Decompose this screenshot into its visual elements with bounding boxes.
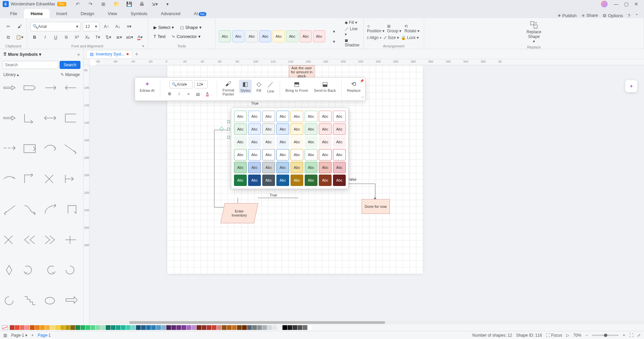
style-swatch-popup[interactable]: Abc [291, 111, 303, 122]
connector-line[interactable] [214, 130, 228, 130]
library-shape-arrow[interactable] [22, 263, 38, 277]
library-shape-arrow[interactable] [63, 294, 78, 307]
library-shape-arrow[interactable] [2, 263, 18, 277]
color-swatch[interactable] [126, 325, 131, 330]
selection-handle-top[interactable] [227, 120, 230, 123]
ribbon-style-swatch[interactable]: Abc [313, 30, 325, 42]
page-thumbnails-button[interactable]: ▥ [3, 333, 7, 338]
close-button[interactable]: ✕ [631, 1, 641, 7]
style-swatch-popup[interactable]: Abc [262, 162, 275, 173]
style-swatch-popup[interactable]: Abc [333, 162, 346, 173]
style-swatch-popup[interactable]: Abc [333, 111, 346, 122]
canvas[interactable]: Ask the user for amount in stock True Tr… [90, 65, 644, 324]
style-swatch-popup[interactable]: Abc [248, 111, 261, 122]
ribbon-style-swatch[interactable]: Abc [300, 30, 312, 42]
panel-collapse-button[interactable]: « [77, 52, 80, 57]
flow-box-ask-user[interactable]: Ask the user for amount in stock [289, 65, 314, 79]
library-shape-arrow[interactable] [43, 203, 58, 216]
context-case-button[interactable]: ab [194, 90, 202, 98]
document-tab-inventory[interactable]: ▤ Inventory Syst... [86, 50, 132, 58]
align-dropdown-arr[interactable]: ⫴ Align ▾ [367, 35, 381, 40]
connector-false-h[interactable] [345, 184, 375, 184]
library-shape-arrow[interactable] [2, 172, 18, 186]
color-swatch[interactable] [267, 325, 272, 330]
library-label[interactable]: Library ▴ [3, 72, 19, 77]
color-swatch[interactable] [277, 325, 282, 330]
style-swatch-popup[interactable]: Abc [291, 162, 303, 173]
library-shape-arrow[interactable] [22, 172, 38, 186]
color-swatch[interactable] [15, 325, 20, 330]
color-swatch[interactable] [247, 325, 252, 330]
horizontal-scrollbar[interactable] [96, 321, 644, 324]
style-swatch-popup[interactable]: Abc [248, 162, 261, 173]
library-shape-arrow[interactable] [63, 203, 78, 216]
color-swatch[interactable] [272, 325, 277, 330]
cut-button[interactable]: ✂ [3, 22, 13, 31]
context-fill-button[interactable]: ◇ Fill [255, 80, 263, 93]
style-swatch-popup[interactable]: Abc [291, 175, 303, 186]
bold-button[interactable]: B [30, 33, 39, 42]
library-shape-arrow[interactable] [43, 172, 58, 186]
color-swatch[interactable] [45, 325, 50, 330]
new-tab-button[interactable]: + [135, 51, 138, 57]
color-swatch[interactable] [257, 325, 262, 330]
no-color-swatch[interactable] [2, 325, 8, 330]
color-swatch[interactable] [298, 325, 302, 330]
context-size-combo[interactable]: 12 ▾ [194, 80, 208, 88]
tab-design[interactable]: Design [74, 9, 101, 18]
ribbon-style-swatch[interactable]: Abc [232, 30, 244, 42]
style-swatch-popup[interactable]: Abc [262, 123, 275, 135]
color-swatch[interactable] [232, 325, 237, 330]
paste-button[interactable]: 📋▾ [15, 33, 24, 42]
publish-button[interactable]: ✈ Publish [557, 13, 577, 18]
send-to-back-button[interactable]: ⬓ Send to Back [312, 80, 337, 93]
connector-false-v[interactable] [375, 184, 375, 199]
underline-button[interactable]: U [52, 33, 60, 42]
lock-dropdown[interactable]: 🔒 Lock ▾ [401, 35, 419, 40]
tab-home[interactable]: Home [24, 9, 49, 18]
library-shape-arrow[interactable] [63, 81, 78, 95]
color-swatch[interactable] [136, 325, 141, 330]
style-swatch-popup[interactable]: Abc [291, 149, 303, 160]
library-shape-arrow[interactable] [43, 111, 58, 125]
color-swatch[interactable] [91, 325, 95, 330]
line-spacing-button[interactable]: ⇅▾ [104, 33, 113, 42]
color-swatch[interactable] [151, 325, 156, 330]
zoom-out-button[interactable]: − [585, 333, 588, 338]
scrollbar-thumb[interactable] [129, 321, 385, 324]
line-dropdown[interactable]: ／ Line ▾ [345, 26, 360, 37]
style-swatch-popup[interactable]: Abc [276, 149, 289, 160]
add-page-button[interactable]: + [31, 333, 34, 338]
library-shape-arrow[interactable] [63, 172, 78, 186]
color-swatch[interactable] [202, 325, 206, 330]
color-swatch[interactable] [222, 325, 227, 330]
style-swatch-popup[interactable]: Abc [276, 136, 289, 148]
color-swatch[interactable] [80, 325, 85, 330]
style-swatch-popup[interactable]: Abc [291, 123, 303, 135]
style-swatch-popup[interactable]: Abc [319, 111, 332, 122]
context-align-button[interactable]: ≡ [184, 90, 193, 98]
style-swatch-popup[interactable]: Abc [333, 136, 346, 148]
color-swatch[interactable] [75, 325, 80, 330]
ribbon-style-swatch[interactable]: Abc [259, 30, 271, 42]
color-swatch[interactable] [65, 325, 70, 330]
qat-more-button[interactable]: ▾ [163, 0, 172, 9]
zoom-slider[interactable] [592, 335, 619, 336]
library-shape-arrow[interactable] [63, 111, 78, 125]
color-swatch[interactable] [121, 325, 126, 330]
style-swatch-popup[interactable]: Abc [234, 136, 247, 148]
styles-down-button[interactable]: ▾ [329, 37, 339, 46]
size-dropdown[interactable]: ⤢ Size ▾ [383, 35, 399, 40]
style-swatch-popup[interactable]: Abc [305, 136, 317, 148]
edraw-ai-button[interactable]: ✦ Edraw AI [138, 80, 156, 93]
tab-advanced[interactable]: Advanced [154, 9, 187, 18]
color-swatch[interactable] [35, 325, 40, 330]
context-styles-button[interactable]: ◧ Styles [239, 80, 252, 93]
export-button[interactable]: ⇲▾ [150, 0, 159, 9]
library-shape-arrow[interactable] [43, 233, 58, 247]
color-swatch[interactable] [197, 325, 201, 330]
style-swatch-popup[interactable]: Abc [248, 175, 261, 186]
tab-ai[interactable]: AIhot [187, 9, 213, 18]
style-swatch-popup[interactable]: Abc [276, 162, 289, 173]
fill-dropdown[interactable]: ◆ Fill ▾ [345, 20, 360, 25]
